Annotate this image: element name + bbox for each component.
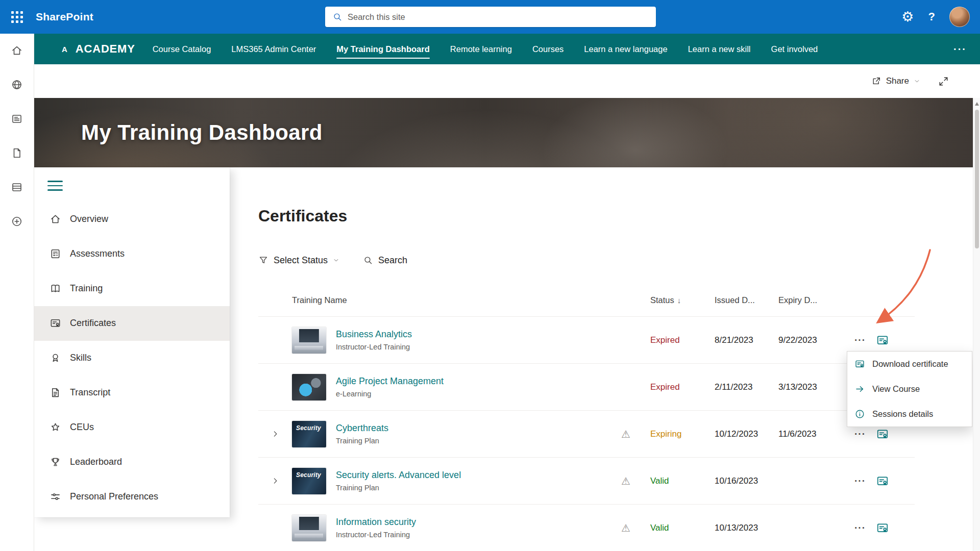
status-badge: Expired xyxy=(641,382,705,392)
sidebar-item-label: Transcript xyxy=(70,387,110,398)
more-actions-button[interactable]: ··· xyxy=(851,520,869,536)
menu-item-label: Download certificate xyxy=(872,359,948,369)
sidebar-item-certificates[interactable]: Certificates xyxy=(34,306,230,341)
search-input[interactable] xyxy=(348,12,649,22)
sidebar-item-skills[interactable]: Skills xyxy=(34,341,230,375)
share-icon xyxy=(871,76,881,86)
share-button[interactable]: Share xyxy=(871,76,920,86)
sidebar-item-personal-preferences[interactable]: Personal Preferences xyxy=(34,480,230,514)
column-header-issued-date[interactable]: Issued D... xyxy=(705,295,769,305)
site-logo[interactable]: A xyxy=(62,45,67,54)
sidebar-item-label: Training xyxy=(70,283,103,294)
course-link[interactable]: Business Analytics xyxy=(336,329,600,340)
certificate-action-icon[interactable] xyxy=(876,334,889,347)
help-icon[interactable]: ? xyxy=(928,10,935,23)
certificate-action-icon[interactable] xyxy=(876,428,889,441)
expand-row-chevron-icon[interactable] xyxy=(271,477,280,485)
issued-date: 2/11/2023 xyxy=(705,382,769,392)
menu-item-sessions-details[interactable]: Sessions details xyxy=(847,402,972,427)
issued-date: 10/13/2023 xyxy=(705,523,769,533)
table-search-label: Search xyxy=(378,255,407,266)
table-search-control[interactable]: Search xyxy=(363,255,407,266)
arrow-right-icon xyxy=(854,384,865,394)
menu-hamburger-icon[interactable] xyxy=(47,181,63,191)
nav-item-courses[interactable]: Courses xyxy=(532,44,564,54)
menu-item-label: Sessions details xyxy=(872,409,933,419)
warning-icon: ⚠ xyxy=(610,428,641,440)
certificate-action-icon[interactable] xyxy=(876,474,889,488)
expiry-date: 9/22/2023 xyxy=(769,335,833,345)
page-hero-title: My Training Dashboard xyxy=(81,120,323,145)
menu-item-view-course[interactable]: View Course xyxy=(847,377,972,402)
nav-item-course-catalog[interactable]: Course Catalog xyxy=(153,44,211,54)
app-launcher-icon[interactable] xyxy=(0,0,34,34)
sharepoint-brand[interactable]: SharePoint xyxy=(36,11,93,23)
globe-icon[interactable] xyxy=(11,79,23,91)
user-avatar[interactable] xyxy=(949,7,970,27)
more-actions-button[interactable]: ··· xyxy=(851,473,869,489)
site-title[interactable]: ACADEMY xyxy=(76,42,135,56)
sidebar-item-assessments[interactable]: Assessments xyxy=(34,237,230,271)
course-link[interactable]: Cyberthreats xyxy=(336,423,600,434)
course-thumbnail: Security xyxy=(292,421,326,447)
column-header-expiry-date[interactable]: Expiry D... xyxy=(769,295,833,305)
nav-item-remote-learning[interactable]: Remote learning xyxy=(450,44,512,54)
expand-page-icon[interactable] xyxy=(938,76,949,87)
course-link[interactable]: Agile Project Management xyxy=(336,376,600,387)
more-actions-button[interactable]: ··· xyxy=(851,427,869,442)
sidebar-item-transcript[interactable]: Transcript xyxy=(34,375,230,410)
sidebar-item-leaderboard[interactable]: Leaderboard xyxy=(34,445,230,480)
site-search-box[interactable] xyxy=(325,7,656,27)
chevron-down-icon xyxy=(914,78,920,85)
news-icon[interactable] xyxy=(11,113,23,125)
select-status-filter[interactable]: Select Status xyxy=(258,255,339,266)
create-site-plus-icon[interactable] xyxy=(11,215,23,228)
document-icon[interactable] xyxy=(11,147,23,159)
certificate-action-icon[interactable] xyxy=(876,521,889,535)
sidebar-item-overview[interactable]: Overview xyxy=(34,202,230,237)
certificate-icon xyxy=(50,317,61,329)
home-icon[interactable] xyxy=(11,44,23,57)
scrollbar-up-arrow[interactable] xyxy=(975,102,979,106)
course-thumbnail xyxy=(292,515,326,541)
sidebar-item-training[interactable]: Training xyxy=(34,271,230,306)
thumbnail-text: Security xyxy=(296,471,321,479)
expiry-date: 3/13/2023 xyxy=(769,382,833,392)
sidebar-item-label: Leaderboard xyxy=(70,457,122,467)
menu-item-download-certificate[interactable]: Download certificate xyxy=(847,352,972,377)
column-header-training-name[interactable]: Training Name xyxy=(292,295,610,305)
hero-banner: My Training Dashboard xyxy=(34,98,973,167)
table-header-row: Training Name Status ↓ Issued D... Expir… xyxy=(258,284,915,316)
book-icon xyxy=(50,283,61,294)
column-header-status[interactable]: Status ↓ xyxy=(641,295,705,305)
settings-gear-icon[interactable]: ⚙ xyxy=(901,10,914,24)
transcript-icon xyxy=(50,387,61,398)
nav-item-learn-a-new-skill[interactable]: Learn a new skill xyxy=(688,44,751,54)
certificates-table: Training Name Status ↓ Issued D... Expir… xyxy=(258,284,915,551)
course-thumbnail xyxy=(292,374,326,400)
info-icon xyxy=(854,409,865,419)
expiry-header-label: Expiry D... xyxy=(778,295,817,305)
command-bar: Share xyxy=(34,64,973,98)
more-actions-button[interactable]: ··· xyxy=(851,333,869,348)
status-badge: Expired xyxy=(641,335,705,345)
nav-item-lms365-admin-center[interactable]: LMS365 Admin Center xyxy=(231,44,316,54)
lists-icon[interactable] xyxy=(11,181,23,193)
sidebar-item-ceus[interactable]: CEUs xyxy=(34,410,230,445)
table-row-agile-project-management: Agile Project Management e-Learning Expi… xyxy=(258,363,915,410)
nav-item-learn-a-new-language[interactable]: Learn a new language xyxy=(584,44,667,54)
course-link[interactable]: Information security xyxy=(336,517,600,528)
page-scrollbar[interactable] xyxy=(973,98,980,551)
status-badge: Expiring xyxy=(641,429,705,439)
scrollbar-thumb[interactable] xyxy=(975,110,979,248)
course-type-label: Instructor-Led Training xyxy=(336,343,600,351)
expand-row-chevron-icon[interactable] xyxy=(271,430,280,438)
nav-item-my-training-dashboard[interactable]: My Training Dashboard xyxy=(336,44,429,54)
nav-overflow-icon[interactable]: ··· xyxy=(953,43,980,55)
course-link[interactable]: Security alerts. Advanced level xyxy=(336,470,600,481)
table-row-information-security: Information security Instructor-Led Trai… xyxy=(258,504,915,551)
table-row-security-alerts-advanced-level: Security Security alerts. Advanced level… xyxy=(258,457,915,504)
course-type-label: Training Plan xyxy=(336,484,600,492)
site-nav-items: Course Catalog LMS365 Admin Center My Tr… xyxy=(153,44,818,54)
nav-item-get-involved[interactable]: Get involved xyxy=(771,44,818,54)
